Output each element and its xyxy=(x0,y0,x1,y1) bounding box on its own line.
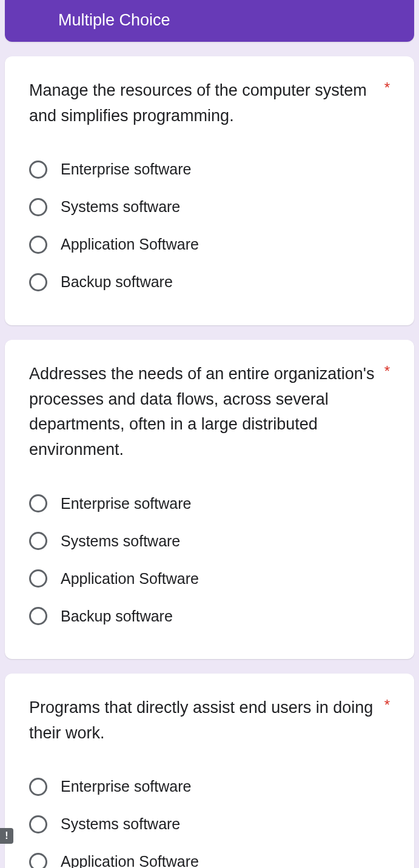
option-label: Application Software xyxy=(61,853,199,868)
option-label: Enterprise software xyxy=(61,161,191,178)
option-label: Backup software xyxy=(61,608,173,625)
radio-icon xyxy=(29,273,47,291)
radio-option[interactable]: Enterprise software xyxy=(29,151,390,188)
error-flag-label: ! xyxy=(5,830,8,841)
required-asterisk: * xyxy=(384,362,390,379)
radio-icon xyxy=(29,494,47,512)
option-label: Application Software xyxy=(61,236,199,253)
option-label: Enterprise software xyxy=(61,495,191,512)
required-asterisk: * xyxy=(384,695,390,712)
option-label: Systems software xyxy=(61,815,180,833)
radio-option[interactable]: Backup software xyxy=(29,597,390,635)
radio-option[interactable]: Backup software xyxy=(29,263,390,301)
option-label: Application Software xyxy=(61,570,199,588)
question-row: Addresses the needs of an entire organiz… xyxy=(29,362,390,463)
question-card: Addresses the needs of an entire organiz… xyxy=(5,340,414,659)
radio-option[interactable]: Application Software xyxy=(29,560,390,597)
radio-option[interactable]: Application Software xyxy=(29,226,390,263)
radio-option[interactable]: Application Software xyxy=(29,843,390,868)
radio-icon xyxy=(29,853,47,868)
radio-icon xyxy=(29,161,47,179)
radio-option[interactable]: Systems software xyxy=(29,522,390,560)
radio-icon xyxy=(29,198,47,216)
option-label: Systems software xyxy=(61,532,180,550)
option-label: Backup software xyxy=(61,273,173,291)
radio-icon xyxy=(29,532,47,550)
section-title: Multiple Choice xyxy=(58,11,170,29)
question-card: Manage the resources of the computer sys… xyxy=(5,56,414,325)
error-flag-icon[interactable]: ! xyxy=(0,828,13,844)
required-asterisk: * xyxy=(384,78,390,95)
question-row: Programs that directly assist end users … xyxy=(29,695,390,746)
option-label: Enterprise software xyxy=(61,778,191,795)
form-page: Multiple Choice Manage the resources of … xyxy=(0,0,419,868)
options-group: Enterprise software Systems software App… xyxy=(29,768,390,868)
radio-option[interactable]: Systems software xyxy=(29,806,390,843)
question-text: Addresses the needs of an entire organiz… xyxy=(29,362,376,463)
question-text: Manage the resources of the computer sys… xyxy=(29,78,376,129)
option-label: Systems software xyxy=(61,198,180,216)
radio-icon xyxy=(29,569,47,588)
radio-icon xyxy=(29,778,47,796)
section-header: Multiple Choice xyxy=(5,0,414,42)
question-card: Programs that directly assist end users … xyxy=(5,674,414,868)
radio-icon xyxy=(29,607,47,625)
radio-icon xyxy=(29,236,47,254)
radio-option[interactable]: Enterprise software xyxy=(29,768,390,806)
options-group: Enterprise software Systems software App… xyxy=(29,151,390,301)
radio-icon xyxy=(29,815,47,833)
question-row: Manage the resources of the computer sys… xyxy=(29,78,390,129)
question-text: Programs that directly assist end users … xyxy=(29,695,376,746)
options-group: Enterprise software Systems software App… xyxy=(29,485,390,635)
radio-option[interactable]: Enterprise software xyxy=(29,485,390,522)
radio-option[interactable]: Systems software xyxy=(29,188,390,226)
